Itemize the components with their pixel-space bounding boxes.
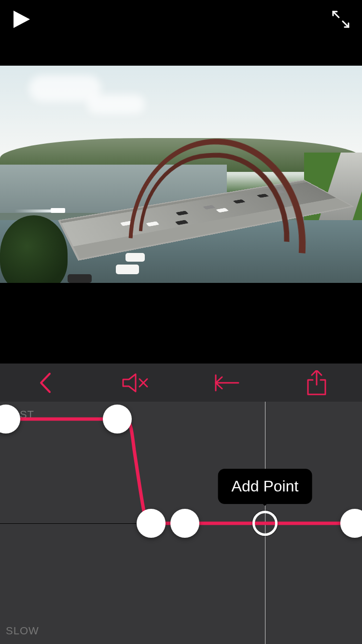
editor-toolbar [0,363,362,402]
play-button[interactable] [11,9,32,32]
video-top-bar [0,0,362,39]
add-point-ring[interactable] [252,511,278,536]
svg-line-2 [343,21,348,27]
speed-point[interactable] [137,509,166,538]
back-button[interactable] [26,368,65,397]
speed-editor[interactable]: FAST SLOW Add Point [0,402,362,644]
expand-button[interactable] [330,9,351,32]
tooltip-text: Add Point [232,477,299,495]
go-to-start-button[interactable] [207,368,246,397]
video-preview[interactable] [0,66,362,283]
svg-marker-0 [14,11,30,28]
svg-line-1 [333,12,339,17]
speed-point[interactable] [170,509,199,538]
add-point-tooltip[interactable]: Add Point [218,469,312,504]
share-button[interactable] [297,368,336,397]
speed-point[interactable] [103,405,132,434]
mute-button[interactable] [116,368,155,397]
svg-marker-3 [123,374,136,392]
